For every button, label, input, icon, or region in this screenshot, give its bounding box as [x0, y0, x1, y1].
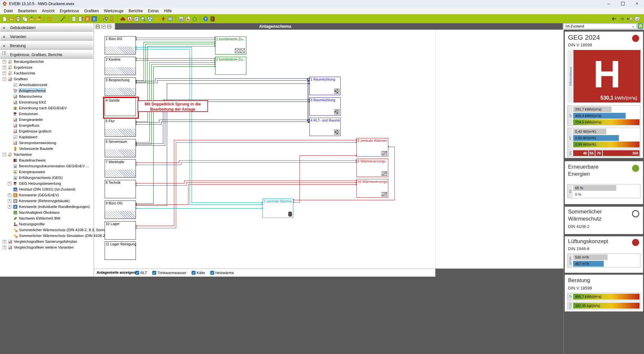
room-box-5-flur[interactable]: 5 Flur	[105, 118, 136, 137]
system-box-1-kombinierte-zu[interactable]: 1 kombinierte Zu-,	[215, 36, 246, 54]
sun-icon[interactable]	[154, 16, 159, 22]
tree-item-heizlast-din-12831-ist-zustand[interactable]: AHeizlast (DIN 12831) (Ist-Zustand)	[0, 186, 94, 192]
import-folder-icon[interactable]	[29, 16, 34, 22]
lightning-icon[interactable]	[161, 16, 166, 22]
save-icon[interactable]	[15, 16, 21, 22]
undo-icon[interactable]	[47, 16, 52, 22]
tree-item-energieausweis[interactable]: Energieausweis	[0, 169, 94, 175]
filter-rlt[interactable]: RLT	[135, 271, 147, 275]
sum-blue-icon[interactable]: Σ	[91, 16, 97, 22]
room-box-6-serverraum[interactable]: 6 Serverraum	[105, 139, 136, 157]
zoom-icon[interactable]	[140, 16, 146, 22]
redo-icon[interactable]	[53, 16, 59, 22]
system-box-8-zentrale-w-rmev[interactable]: 8 zentrale Wärmev	[356, 138, 388, 157]
tree-plus-expander[interactable]: +	[3, 246, 6, 249]
tree-item-amortisationszeit[interactable]: Amortisationszeit	[0, 82, 94, 88]
menu-werkzeuge[interactable]: Werkzeuge	[101, 8, 126, 14]
room-box-7-werkhalle[interactable]: 7 Werkhalle	[105, 159, 136, 178]
export-image-icon[interactable]	[101, 24, 106, 29]
tree-item-einordnung-nach-geg-enev[interactable]: Einordnung nach GEG/EnEV	[0, 105, 94, 111]
filter-heizw-rme[interactable]: Heizwärme	[210, 271, 234, 275]
print-icon[interactable]	[107, 24, 112, 29]
system-box-1-raumk-hlung[interactable]: 1 Raumkühlung	[309, 77, 341, 95]
room-box-10-lager[interactable]: 10 Lager	[105, 221, 136, 240]
tree-item-bilanzschema[interactable]: Bilanzschema	[0, 93, 94, 99]
house-green-icon[interactable]	[192, 16, 197, 22]
tree-item-geg-heizungsbewertung[interactable]: +GEG Heizungsbewertung	[0, 181, 94, 186]
tree-plus-expander[interactable]: +	[8, 182, 11, 185]
tree-item-kennwerte-referenzgeb-ude[interactable]: +ΣKennwerte (Referenzgebäude)	[0, 198, 94, 204]
variant-selector[interactable]: Ist-Zustand ∨	[563, 24, 637, 29]
menu-extras[interactable]: Extras	[145, 8, 161, 14]
tree-item-verbesserte-bauteile[interactable]: Verbesserte Bauteile	[0, 146, 94, 152]
menu-bearbeiten[interactable]: Bearbeiten	[15, 8, 39, 14]
forward-icon[interactable]	[619, 16, 625, 22]
roof-icon[interactable]	[120, 16, 126, 22]
system-box-2-zentrale-warmw[interactable]: 2 zentrale Warmw	[262, 199, 293, 218]
tree-plus-expander[interactable]: +	[3, 72, 6, 75]
exit-door-icon[interactable]	[210, 16, 215, 22]
maximize-button[interactable]	[616, 0, 630, 8]
room-box-2-kantine[interactable]: 2 Kantine	[105, 57, 136, 75]
tree-item-emissionen[interactable]: Emissionen	[0, 111, 94, 117]
export-folder-icon[interactable]	[36, 16, 41, 22]
energy-label-icon[interactable]	[185, 16, 191, 22]
checkbox-checked-icon[interactable]	[135, 271, 139, 275]
close-button[interactable]: ×	[630, 0, 644, 8]
tree-item-vergleichsgrafiken-sanierungsfahrplan[interactable]: +Vergleichsgrafiken Sanierungsfahrplan	[0, 239, 94, 244]
room-box-1-b-ro-eg[interactable]: 1 Büro EG	[105, 36, 136, 54]
tree-item-kennwerte-individuelle-randbedingungen[interactable]: +ΣKennwerte (individuelle Randbedingunge…	[0, 204, 94, 210]
tree-item-ergebnisse[interactable]: +Ergebnisse	[0, 64, 94, 70]
sidebar-section-ergebnisse-grafiken-berichte[interactable]: »Ergebnisse, Grafiken, Berichte	[0, 51, 93, 59]
room-box-9-b-ro-og[interactable]: 9 Büro OG	[105, 201, 136, 219]
system-box-3-raumk-hlung[interactable]: 3 Raumkühlung	[309, 97, 341, 116]
fan-blue-icon[interactable]	[147, 16, 153, 22]
system-box-4-rlt-und-raumk[interactable]: 4 RLT- und Raumk	[309, 118, 341, 136]
goto-variant-icon[interactable]	[627, 16, 632, 22]
tree-plus-expander[interactable]: +	[3, 240, 6, 243]
magic-wand-icon[interactable]	[60, 16, 66, 22]
tree-item-grafiken[interactable]: −Grafiken	[0, 76, 94, 82]
sidebar-section-beratung[interactable]: »Beratung	[0, 42, 93, 50]
tree-item-bauteilnachweis[interactable]: Bauteilnachweis	[0, 157, 94, 163]
checkbox-checked-icon[interactable]	[210, 271, 214, 275]
tree-item-nachweise[interactable]: −Nachweise	[0, 152, 94, 157]
tree-item-vergleichsgrafiken-weitere-varianten[interactable]: +Vergleichsgrafiken weitere Varianten	[0, 244, 94, 250]
room-box-11-lager-reinigung[interactable]: 11 Lager Reinigung	[105, 241, 136, 260]
room-box-3-besprechung[interactable]: 3 Besprechung	[105, 77, 136, 96]
tree-item-berechnungsdokumentation-geg-enev[interactable]: Berechnungsdokumentation GEG/EnEV ...	[0, 163, 94, 169]
schema-icon[interactable]	[102, 16, 108, 22]
system-box-2-kombinierte-zu[interactable]: 2 kombinierte Zu-,	[215, 57, 246, 75]
menu-datei[interactable]: Datei	[1, 8, 15, 14]
sidebar-section-varianten[interactable]: »Varianten	[0, 33, 93, 41]
tree-plus-expander[interactable]: +	[8, 199, 11, 203]
menu-ergebnisse[interactable]: Ergebnisse	[57, 8, 81, 14]
tree-plus-expander[interactable]: +	[8, 205, 11, 209]
tree-item-erf-llungsnachweis-geg[interactable]: Erfüllungsnachweis (GEG)	[0, 175, 94, 181]
tree-item-energieanteile[interactable]: Energieanteile	[0, 117, 94, 123]
project-p-icon[interactable]: P	[134, 16, 139, 22]
tree-item-nachweis-ew-rmeg-bw[interactable]: Nachweis EWärmeG BW	[0, 215, 94, 221]
help-icon[interactable]: ?	[203, 16, 208, 22]
menu-hilfe[interactable]: Hilfe	[161, 8, 174, 14]
system-box-9-w-rmeversorgu[interactable]: 9 Wärmeversorgu	[356, 159, 388, 177]
copy-icon[interactable]	[22, 16, 28, 22]
minimize-button[interactable]: –	[601, 0, 616, 8]
room-box-8-technik[interactable]: 8 Technik	[105, 180, 136, 198]
tree-item-sommerlicher-w-rmeschutz-simulation-din-4108-2-8-4-bert[interactable]: ASommerlicher Wärmeschutz Simulation (DI…	[0, 233, 94, 239]
tree-item-beratungsberichte[interactable]: +Beratungsberichte	[0, 59, 94, 64]
doc-table-icon[interactable]	[178, 16, 184, 22]
checkbox-checked-icon[interactable]	[152, 271, 156, 275]
tree-minus-expander[interactable]: −	[3, 77, 6, 81]
building-a-icon[interactable]: A	[127, 16, 132, 22]
tree-minus-expander[interactable]: −	[3, 153, 6, 156]
back-icon[interactable]	[611, 16, 617, 22]
tree-item-sommerlicher-w-rmeschutz-din-4108-2-8-3-sonneneintragsk[interactable]: ASommerlicher Wärmeschutz (DIN 4108-2, 8…	[0, 227, 94, 233]
apply-variant-button[interactable]: A	[638, 23, 643, 29]
calc-doc-icon[interactable]	[78, 16, 83, 22]
tree-plus-expander[interactable]: +	[3, 60, 6, 64]
tree-plus-expander[interactable]: +	[8, 193, 11, 197]
tree-item-nachhaltigkeit-kobilanz[interactable]: Nachhaltigkeit Ökobilanz	[0, 210, 94, 215]
tree-item-anlagenschema[interactable]: Anlagenschema	[0, 88, 94, 93]
components-icon[interactable]	[109, 16, 115, 22]
